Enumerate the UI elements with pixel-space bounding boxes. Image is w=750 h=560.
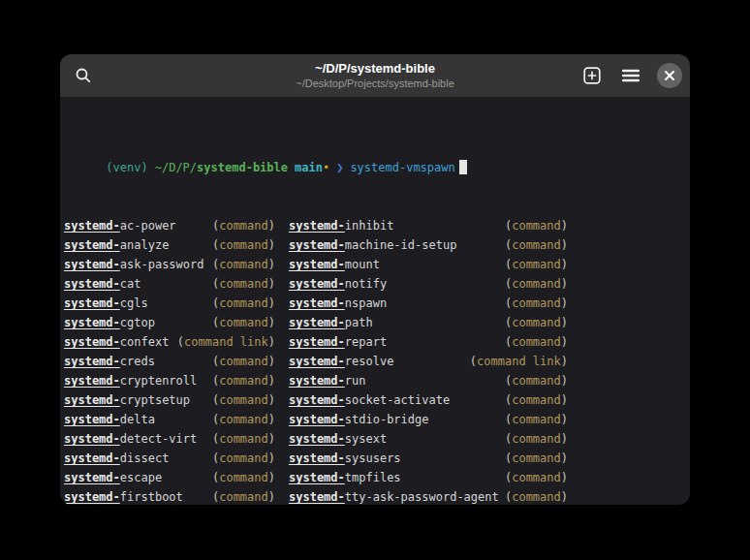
window-title: ~/D/P/systemd-bible — [147, 62, 603, 75]
completion-item: systemd-confext(command link) — [64, 332, 275, 352]
completion-kind: (command) — [212, 487, 275, 505]
completion-kind: (command) — [212, 274, 275, 294]
titlebar[interactable]: ~/D/P/systemd-bible ~/Desktop/Projects/s… — [60, 54, 690, 98]
terminal-window: ~/D/P/systemd-bible ~/Desktop/Projects/s… — [60, 54, 690, 505]
desktop-background: { "window": { "title": "~/D/P/systemd-bi… — [0, 0, 750, 560]
shell-prompt: (venv)~/D/P/systemd-biblemain•❯systemd-v… — [64, 139, 686, 158]
completion-column-right: systemd-inhibit(command)systemd-machine-… — [289, 216, 568, 505]
completion-item: systemd-sysusers(command) — [289, 449, 568, 468]
completion-kind: (command) — [505, 332, 568, 352]
new-tab-icon — [583, 67, 601, 84]
completion-item: systemd-path(command) — [289, 313, 568, 332]
completion-name: systemd-ac-power — [64, 216, 176, 235]
completion-kind: (command) — [212, 449, 275, 468]
completion-name: systemd-resolve — [289, 352, 393, 371]
completion-item: systemd-run(command) — [289, 371, 568, 390]
completion-column-left: systemd-ac-power(command)systemd-analyze… — [64, 216, 275, 505]
completion-name: systemd-tty-ask-password-agent — [289, 487, 499, 505]
completion-item: systemd-sysext(command) — [289, 429, 568, 449]
completion-kind: (command) — [505, 410, 568, 429]
completion-item: systemd-detect-virt(command) — [64, 429, 275, 449]
completion-name: systemd-analyze — [64, 235, 169, 255]
completion-item: systemd-ac-power(command) — [64, 216, 275, 235]
completion-kind: (command) — [505, 390, 568, 410]
completion-name: systemd-cat — [64, 274, 141, 294]
completion-name: systemd-dissect — [64, 449, 169, 468]
completion-kind: (command) — [505, 487, 568, 505]
completion-kind: (command) — [505, 449, 568, 468]
search-icon — [75, 67, 92, 84]
completion-item: systemd-repart(command) — [289, 332, 568, 352]
completion-name: systemd-cgls — [64, 294, 148, 313]
completion-item: systemd-tty-ask-password-agent(command) — [289, 487, 568, 505]
completion-name: systemd-machine-id-setup — [289, 235, 456, 255]
completion-item: systemd-ask-password(command) — [64, 255, 275, 274]
completion-kind: (command) — [212, 255, 275, 274]
completion-item: systemd-machine-id-setup(command) — [289, 235, 568, 255]
search-button[interactable] — [68, 60, 99, 91]
completion-kind: (command) — [212, 352, 275, 371]
completion-kind: (command) — [212, 371, 275, 390]
completion-kind: (command) — [505, 429, 568, 449]
completion-item: systemd-firstboot(command) — [64, 487, 275, 505]
hamburger-menu-icon — [622, 69, 640, 82]
completion-name: systemd-repart — [289, 332, 387, 352]
completion-list: systemd-ac-power(command)systemd-analyze… — [64, 216, 686, 505]
completion-kind: (command) — [212, 235, 275, 255]
completion-kind: (command) — [505, 294, 568, 313]
completion-item: systemd-cryptenroll(command) — [64, 371, 275, 390]
window-subtitle: ~/Desktop/Projects/systemd-bible — [147, 78, 603, 89]
git-dirty-marker: • — [323, 161, 329, 174]
completion-name: systemd-nspawn — [289, 294, 387, 313]
completion-item: systemd-mount(command) — [289, 255, 568, 274]
completion-item: systemd-dissect(command) — [64, 449, 275, 468]
typed-command: systemd-vmspawn — [350, 161, 454, 174]
completion-item: systemd-resolve(command link) — [289, 352, 568, 371]
venv-indicator: (venv) — [106, 161, 147, 174]
completion-item: systemd-creds(command) — [64, 352, 275, 371]
completion-name: systemd-socket-activate — [289, 390, 450, 410]
completion-kind: (command) — [505, 274, 568, 294]
completion-name: systemd-sysusers — [289, 449, 401, 468]
completion-name: systemd-escape — [64, 468, 162, 487]
completion-item: systemd-cgls(command) — [64, 294, 275, 313]
completion-kind: (command) — [505, 313, 568, 332]
completion-item: systemd-tmpfiles(command) — [289, 468, 568, 487]
completion-kind: (command) — [212, 429, 275, 449]
completion-name: systemd-creds — [64, 352, 155, 371]
completion-name: systemd-stdio-bridge — [289, 410, 429, 429]
new-tab-button[interactable] — [577, 60, 608, 91]
completion-name: systemd-mount — [289, 255, 380, 274]
completion-kind: (command) — [212, 410, 275, 429]
completion-kind: (command) — [505, 371, 568, 390]
completion-item: systemd-notify(command) — [289, 274, 568, 294]
close-icon — [665, 71, 674, 80]
completion-name: systemd-delta — [64, 410, 155, 429]
completion-item: systemd-analyze(command) — [64, 235, 275, 255]
terminal-screen[interactable]: (venv)~/D/P/systemd-biblemain•❯systemd-v… — [60, 98, 690, 505]
completion-name: systemd-cryptenroll — [64, 371, 197, 390]
current-path: ~/D/P/systemd-bible — [155, 161, 288, 174]
completion-kind: (command) — [212, 294, 275, 313]
menu-button[interactable] — [615, 60, 646, 91]
completion-name: systemd-cryptsetup — [64, 390, 190, 410]
completion-item: systemd-delta(command) — [64, 410, 275, 429]
completion-kind: (command) — [212, 468, 275, 487]
git-status: main• — [295, 161, 329, 174]
completion-name: systemd-tmpfiles — [289, 468, 401, 487]
completion-kind: (command link) — [177, 332, 275, 352]
completion-name: systemd-inhibit — [289, 216, 393, 235]
completion-item: systemd-nspawn(command) — [289, 294, 568, 313]
close-button[interactable] — [657, 63, 682, 88]
completion-kind: (command) — [505, 255, 568, 274]
completion-item: systemd-cgtop(command) — [64, 313, 275, 332]
terminal-cursor — [459, 160, 467, 174]
completion-item: systemd-socket-activate(command) — [289, 390, 568, 410]
completion-kind: (command) — [212, 390, 275, 410]
completion-item: systemd-escape(command) — [64, 468, 275, 487]
completion-name: systemd-confext — [64, 332, 169, 352]
completion-name: systemd-sysext — [289, 429, 387, 449]
completion-kind: (command) — [212, 313, 275, 332]
completion-name: systemd-cgtop — [64, 313, 155, 332]
completion-name: systemd-firstboot — [64, 487, 183, 505]
